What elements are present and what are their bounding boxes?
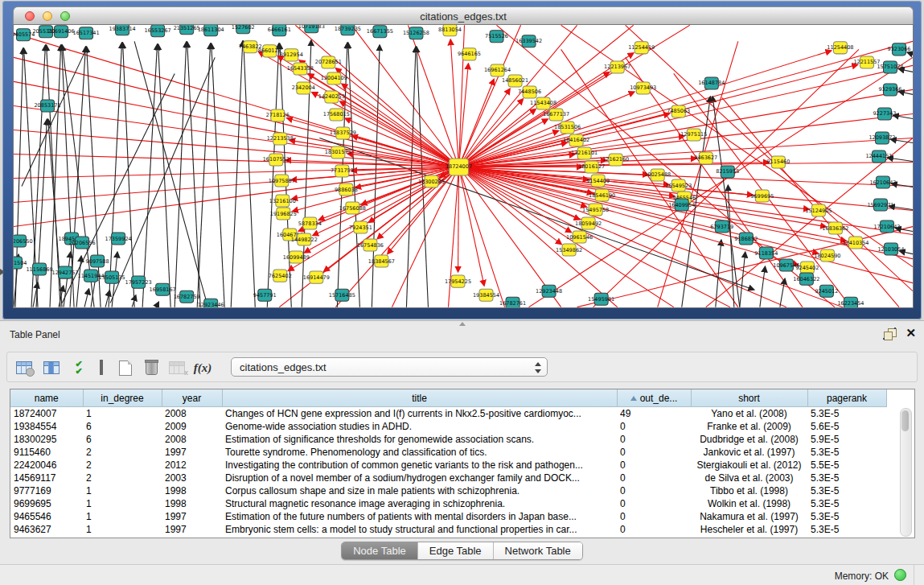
delete-table-icon[interactable] xyxy=(141,357,162,378)
cell-short: Franke et al. (2009) xyxy=(691,420,807,433)
node-label: 16148784 xyxy=(698,80,725,86)
node-label: 18531506 xyxy=(554,124,581,130)
node-label: 18300295 xyxy=(418,179,445,185)
node-label: 16099489 xyxy=(283,254,310,261)
float-panel-icon[interactable] xyxy=(884,328,897,340)
scrollbar-thumb[interactable] xyxy=(901,410,909,431)
cell-title: Corpus callosum shape and size in male p… xyxy=(222,484,617,497)
node-label: 17210643 xyxy=(873,224,900,230)
column-header-in-degree[interactable]: in_degree xyxy=(83,389,162,407)
column-header-year[interactable]: year xyxy=(162,389,222,407)
cell-title: Tourette syndrome. Phenomenology and cla… xyxy=(222,446,617,459)
node-label: 13216100 xyxy=(269,198,296,204)
cell-short: Stergiakouli et al. (2012) xyxy=(691,459,807,472)
row-height-icon[interactable] xyxy=(91,357,112,378)
network-table-select[interactable]: citations_edges.txt xyxy=(231,357,548,377)
tab-node-table[interactable]: Node Table xyxy=(342,542,418,559)
node-label: 8912954 xyxy=(280,51,303,58)
table-row[interactable]: 946362711997Embryonic stem cells: a mode… xyxy=(10,523,886,536)
node-label: 9323066 xyxy=(888,46,911,52)
memory-ok-indicator-icon[interactable] xyxy=(894,569,906,581)
close-panel-icon[interactable]: ✕ xyxy=(906,326,916,340)
node-label: 16517341 xyxy=(73,30,100,36)
node-label: 9186852 xyxy=(734,236,758,242)
node-label: 15716485 xyxy=(329,292,355,299)
cell-pagerank: 5.5E-5 xyxy=(807,459,886,472)
node-label: 12213538 xyxy=(267,135,294,142)
node-label: 2718126 xyxy=(266,112,290,118)
node-label: 7448506 xyxy=(518,89,541,95)
cell-name: 9465546 xyxy=(10,510,83,523)
cell-in-degree: 1 xyxy=(83,484,162,497)
network-canvas[interactable]: 1872400774638228660128891295416543358234… xyxy=(13,24,914,308)
node-label: 16107552 xyxy=(263,156,290,163)
node-label: 9699695 xyxy=(750,193,774,200)
cell-in-degree: 2 xyxy=(83,472,162,484)
node-label: 20728651 xyxy=(315,59,342,65)
node-label: 21206550 xyxy=(14,238,33,245)
node-label: 18301575 xyxy=(325,149,351,155)
column-header-pagerank[interactable]: pagerank xyxy=(807,389,886,407)
function-builder-icon[interactable]: f(x) xyxy=(192,357,213,378)
cell-year: 1997 xyxy=(162,510,222,523)
column-header-out-de-[interactable]: out_de... xyxy=(617,389,691,407)
cell-pagerank: 5.3E-5 xyxy=(807,407,886,421)
cell-pagerank: 5.6E-5 xyxy=(807,420,886,433)
node-label: 9886038 xyxy=(335,187,358,193)
node-label: 16836362 xyxy=(822,225,848,232)
table-row[interactable]: 977716911998Corpus callosum shape and si… xyxy=(10,484,886,497)
new-table-icon[interactable] xyxy=(115,357,136,378)
node-label: 17568015 xyxy=(323,111,350,117)
cell-short: Hescheler et al. (1997) xyxy=(691,523,807,536)
network-graph[interactable]: 1872400774638228660128891295416543358234… xyxy=(14,25,913,307)
node-label: 9115460 xyxy=(766,159,790,165)
node-label: 16549523 xyxy=(665,183,692,189)
tab-edge-table[interactable]: Edge Table xyxy=(418,542,494,559)
node-label: 9361504 xyxy=(14,260,27,266)
network-window-titlebar[interactable]: citations_edges.txt xyxy=(13,6,914,25)
table-row[interactable]: 1872400712008Changes of HCN gene express… xyxy=(10,407,886,421)
node-label: 16782761 xyxy=(499,300,526,307)
table-row[interactable]: 2242004622012Investigating the contribut… xyxy=(10,459,886,472)
cell-title: Estimation of the future numbers of pati… xyxy=(222,510,617,523)
table-row[interactable]: 1938455462009Genome-wide association stu… xyxy=(10,420,886,433)
table-row[interactable]: 1456911722003Disruption of a novel membe… xyxy=(10,472,886,484)
node-label: 10416402 xyxy=(563,137,589,143)
node-label: 20206556 xyxy=(69,240,96,246)
table-options-icon[interactable] xyxy=(14,357,35,378)
node-label: 9463627 xyxy=(694,154,717,161)
node-label: 16543358 xyxy=(287,65,314,72)
column-header-short[interactable]: short xyxy=(691,389,807,407)
network-table-select-value: citations_edges.txt xyxy=(240,361,326,373)
node-label: 9646165 xyxy=(458,51,481,57)
node-label: 21351265 xyxy=(174,25,200,31)
cell-title: Estimation of significance thresholds fo… xyxy=(222,433,617,446)
table-row[interactable]: 969969511998Structural magnetic resonanc… xyxy=(10,497,886,510)
cell-year: 1998 xyxy=(162,484,222,497)
cell-title: Embryonic stem cells: a model to study s… xyxy=(222,523,617,536)
node-label: 12923446 xyxy=(198,302,224,307)
node-label: 15349862 xyxy=(556,247,582,253)
show-column-icon[interactable] xyxy=(41,357,62,378)
column-header-title[interactable]: title xyxy=(222,389,617,407)
node-label: 16671355 xyxy=(367,28,393,35)
column-header-name[interactable]: name xyxy=(10,389,83,407)
node-label: 16958167 xyxy=(150,286,176,293)
table-row[interactable]: 911546021997Tourette syndrome. Phenomeno… xyxy=(10,446,886,459)
node-label: 7485063 xyxy=(667,108,690,114)
table-scrollbar[interactable] xyxy=(900,408,912,537)
cell-out-de-: 0 xyxy=(617,497,691,510)
table-row[interactable]: 946554611997Estimation of the future num… xyxy=(10,510,886,523)
cell-year: 1998 xyxy=(162,497,222,510)
memory-status-label: Memory: OK xyxy=(835,571,889,582)
table-row[interactable]: 1830029562008Estimation of significance … xyxy=(10,433,886,446)
tab-network-table[interactable]: Network Table xyxy=(494,542,582,559)
node-label: 5878334 xyxy=(298,220,322,227)
node-label: 7731753 xyxy=(331,168,354,175)
node-label: 18059492 xyxy=(575,220,602,227)
node-label: 10025488 xyxy=(644,172,671,179)
cell-in-degree: 2 xyxy=(83,446,162,459)
select-columns-icon[interactable]: ✔✔ xyxy=(68,357,89,378)
node-label: 18016127 xyxy=(578,164,605,171)
control-panel-collapse-arrow-icon[interactable] xyxy=(0,269,5,275)
